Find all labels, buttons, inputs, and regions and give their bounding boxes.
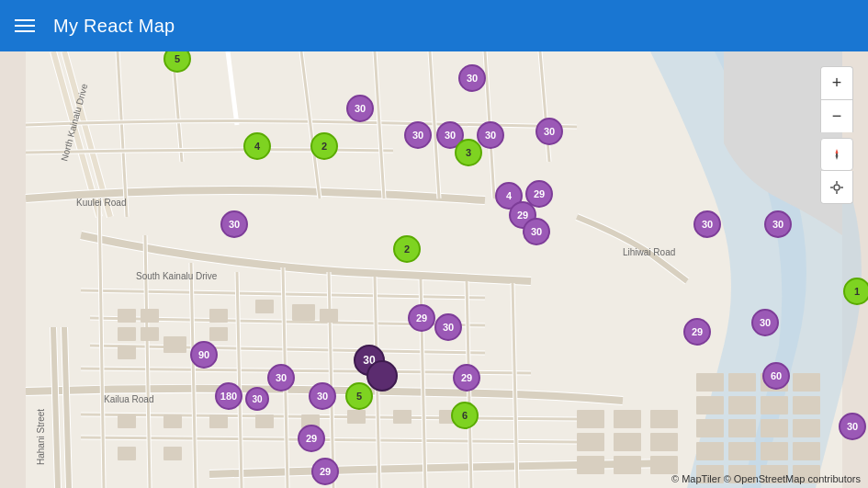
map-marker[interactable]: 29 [453,364,480,392]
compass-icon [829,147,844,162]
svg-text:South Kainalu Drive: South Kainalu Drive [136,271,218,281]
svg-rect-39 [696,419,724,437]
map-marker[interactable]: 30 [523,218,550,245]
map-marker[interactable]: 60 [762,362,790,390]
svg-text:Lihiwai Road: Lihiwai Road [623,247,675,257]
svg-rect-14 [209,414,228,428]
svg-text:Hahani Street: Hahani Street [36,409,46,465]
map-marker[interactable]: 29 [311,458,339,485]
zoom-out-button[interactable]: − [820,99,853,132]
header: My React Map [0,0,868,51]
map-marker[interactable]: 30 [764,210,792,238]
svg-rect-1 [118,309,136,323]
location-icon [829,180,844,195]
svg-rect-6 [163,336,186,353]
svg-text:Kuulei Road: Kuulei Road [76,198,126,208]
map-marker[interactable]: 90 [190,341,218,369]
map-marker[interactable]: 30 [477,121,504,149]
app-title: My React Map [53,16,175,37]
map-marker[interactable]: 29 [408,304,435,332]
map-marker[interactable]: 2 [393,235,421,263]
svg-rect-4 [141,327,159,341]
map-marker[interactable]: 1 [843,278,868,305]
svg-rect-34 [793,373,820,392]
svg-rect-28 [650,410,678,428]
svg-rect-8 [209,327,228,341]
svg-rect-12 [118,414,136,428]
map-marker[interactable]: 2 [310,132,338,160]
svg-rect-40 [728,419,756,437]
svg-rect-15 [255,414,274,428]
svg-rect-10 [292,304,315,321]
map-marker[interactable]: 30 [434,313,462,341]
svg-rect-24 [577,433,604,451]
map-controls: + − [820,66,853,204]
map-marker[interactable]: 4 [243,132,271,160]
map-marker[interactable]: 30 [346,95,374,122]
map-marker[interactable]: 30 [458,64,486,92]
svg-rect-29 [650,433,678,451]
svg-rect-46 [793,442,820,460]
svg-rect-43 [696,442,724,460]
svg-rect-45 [761,442,788,460]
svg-rect-32 [728,373,756,392]
svg-rect-5 [118,346,136,359]
location-button[interactable] [820,171,853,204]
svg-point-58 [836,153,838,155]
map-marker[interactable]: 30 [751,309,779,336]
map-marker[interactable]: 6 [451,402,479,429]
svg-rect-21 [163,447,182,460]
map-marker[interactable]: 3 [455,139,482,166]
map-marker[interactable]: 30 [309,382,336,410]
svg-rect-25 [614,433,641,451]
zoom-in-button[interactable]: + [820,66,853,99]
svg-rect-30 [650,456,678,474]
svg-rect-35 [696,396,724,414]
svg-rect-18 [393,410,411,424]
menu-button[interactable] [15,19,35,32]
svg-rect-11 [320,309,338,323]
compass-button[interactable] [820,138,853,171]
svg-text:Kailua Road: Kailua Road [104,394,153,404]
map-marker[interactable]: 30 [220,210,248,238]
svg-rect-2 [141,309,159,323]
svg-rect-36 [728,396,756,414]
map-marker[interactable]: 30 [693,210,721,238]
map-background: North Kainalu Drive Kuulei Road South Ka… [0,51,868,488]
map-marker[interactable]: 30 [267,364,295,392]
map-marker[interactable]: 30 [245,387,269,411]
svg-rect-3 [118,327,136,341]
svg-rect-38 [793,396,820,414]
map-marker[interactable]: 5 [345,382,373,410]
map-marker[interactable]: 30 [839,413,866,440]
map-marker[interactable]: 29 [683,318,711,346]
map-container[interactable]: North Kainalu Drive Kuulei Road South Ka… [0,51,868,488]
map-marker[interactable]: 30 [535,118,563,145]
svg-rect-27 [614,456,641,474]
svg-rect-31 [696,373,724,392]
svg-point-59 [834,185,840,190]
svg-rect-26 [577,456,604,474]
svg-rect-41 [761,419,788,437]
svg-rect-17 [347,410,366,424]
svg-rect-20 [118,447,136,460]
svg-rect-23 [614,410,641,428]
map-attribution: © MapTiler © OpenStreetMap contributors [671,473,861,484]
svg-rect-22 [577,410,604,428]
svg-rect-37 [761,396,788,414]
map-marker[interactable] [366,360,398,392]
svg-rect-42 [793,419,820,437]
svg-rect-44 [728,442,756,460]
map-marker[interactable]: 29 [298,425,325,452]
map-marker[interactable]: 30 [404,121,432,149]
svg-rect-9 [255,300,274,313]
map-marker[interactable]: 180 [215,382,242,410]
svg-rect-13 [163,414,182,428]
svg-rect-7 [209,309,228,323]
